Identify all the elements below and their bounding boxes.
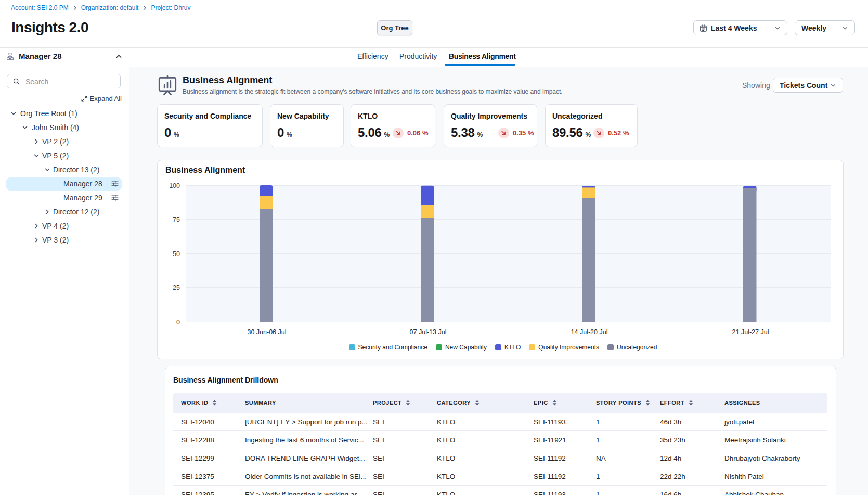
svg-text:30 Jun-06 Jul: 30 Jun-06 Jul [247, 328, 286, 336]
svg-text:100: 100 [169, 182, 180, 189]
svg-text:21 Jul-27 Jul: 21 Jul-27 Jul [732, 328, 769, 336]
svg-text:50: 50 [173, 250, 180, 258]
svg-text:25: 25 [173, 284, 180, 291]
svg-text:07 Jul-13 Jul: 07 Jul-13 Jul [410, 328, 447, 336]
svg-text:75: 75 [173, 216, 180, 223]
svg-text:14 Jul-20 Jul: 14 Jul-20 Jul [571, 328, 608, 336]
svg-text:0: 0 [176, 319, 180, 326]
